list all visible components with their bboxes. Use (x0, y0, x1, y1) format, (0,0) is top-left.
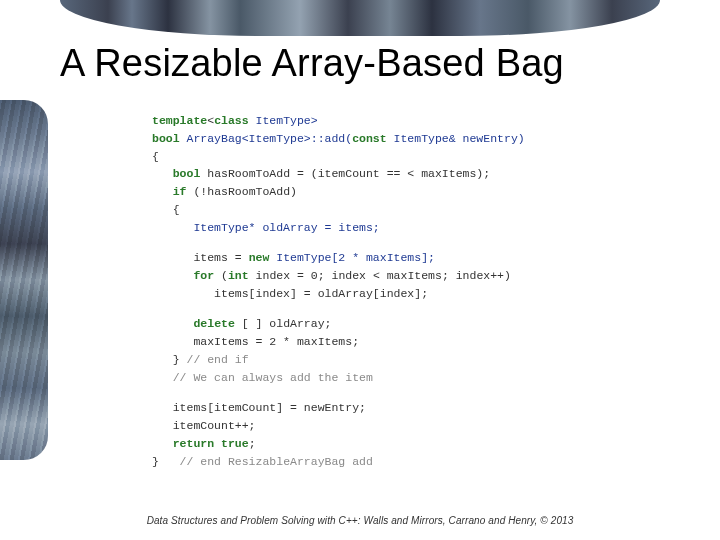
code-line: maxItems = 2 * maxItems; (152, 333, 600, 351)
code-line: { (152, 148, 600, 166)
code-blank (152, 387, 600, 400)
code-blank (152, 303, 600, 316)
code-line: } // end ResizableArrayBag add (152, 453, 600, 471)
code-line: ItemType* oldArray = items; (152, 219, 600, 237)
code-line: items[index] = oldArray[index]; (152, 285, 600, 303)
code-line: template<class ItemType> (152, 112, 600, 130)
code-line: // We can always add the item (152, 369, 600, 387)
code-line: } // end if (152, 351, 600, 369)
code-line: return true; (152, 435, 600, 453)
decorative-left-strip (0, 100, 48, 460)
code-line: { (152, 201, 600, 219)
code-listing: template<class ItemType> bool ArrayBag<I… (152, 112, 600, 471)
code-line: if (!hasRoomToAdd) (152, 183, 600, 201)
code-line: bool hasRoomToAdd = (itemCount == < maxI… (152, 165, 600, 183)
code-line: items = new ItemType[2 * maxItems]; (152, 249, 600, 267)
slide-footer: Data Structures and Problem Solving with… (0, 515, 720, 526)
slide: A Resizable Array-Based Bag template<cla… (0, 0, 720, 540)
code-line: bool ArrayBag<ItemType>::add(const ItemT… (152, 130, 600, 148)
slide-title: A Resizable Array-Based Bag (60, 42, 680, 85)
code-line: itemCount++; (152, 417, 600, 435)
code-line: items[itemCount] = newEntry; (152, 399, 600, 417)
decorative-top-strip (60, 0, 660, 36)
code-blank (152, 237, 600, 250)
code-line: delete [ ] oldArray; (152, 315, 600, 333)
code-line: for (int index = 0; index < maxItems; in… (152, 267, 600, 285)
